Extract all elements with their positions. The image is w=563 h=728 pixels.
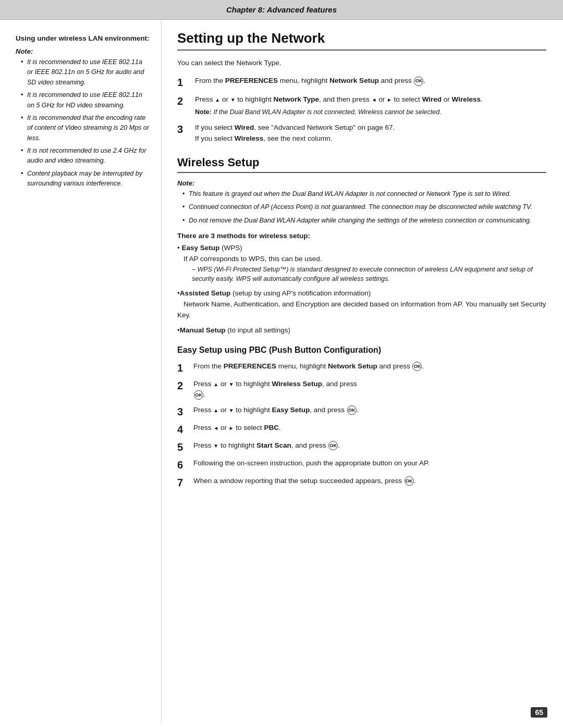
easy-step-number-3: 3 bbox=[177, 405, 191, 418]
ok-icon: OK bbox=[414, 77, 423, 86]
easy-step-1: 1 From the PREFERENCES menu, highlight N… bbox=[177, 361, 546, 375]
step-1-body: From the PREFERENCES menu, highlight Net… bbox=[195, 76, 546, 87]
easy-step-3: 3 Press or to highlight Easy Setup, and … bbox=[177, 405, 546, 418]
left-note-label: Note: bbox=[16, 47, 150, 55]
list-item: Do not remove the Dual Band WLAN Adapter… bbox=[182, 216, 546, 226]
chapter-title: Chapter 8: Advanced features bbox=[226, 5, 337, 14]
step-2-body: Press or to highlight Network Type, and … bbox=[195, 94, 546, 117]
ok-icon: OK bbox=[405, 476, 414, 486]
arrow-right-icon bbox=[229, 424, 234, 431]
left-bullet-list: It is recommended to use IEEE 802.11a or… bbox=[21, 57, 150, 189]
arrow-down-icon bbox=[213, 441, 218, 449]
step-number-1: 1 bbox=[177, 76, 192, 89]
list-item: Continued connection of AP (Access Point… bbox=[182, 202, 546, 212]
intro-text: You can select the Network Type. bbox=[177, 58, 546, 68]
method-label-assisted: Assisted Setup bbox=[180, 289, 231, 297]
arrow-down-icon bbox=[229, 380, 234, 388]
easy-step-3-body: Press or to highlight Easy Setup, and pr… bbox=[193, 405, 359, 416]
list-item: Content playback may be interrupted by s… bbox=[21, 169, 150, 189]
left-column: Using under wireless LAN environment: No… bbox=[0, 20, 162, 724]
arrow-left-icon bbox=[372, 95, 377, 103]
arrow-up-icon bbox=[213, 380, 218, 388]
method-label-easy: Easy Setup bbox=[180, 244, 220, 252]
list-item: It is recommended that the encoding rate… bbox=[21, 113, 150, 143]
list-item: It is not recommended to use 2.4 GHz for… bbox=[21, 146, 150, 166]
arrow-right-icon bbox=[387, 95, 392, 103]
list-item: It is recommended to use IEEE 802.11n on… bbox=[21, 90, 150, 110]
methods-heading: There are 3 methods for wireless setup: bbox=[177, 232, 546, 240]
network-steps-list: 1 From the PREFERENCES menu, highlight N… bbox=[177, 76, 546, 144]
step-number-2: 2 bbox=[177, 94, 192, 108]
easy-step-7: 7 When a window reporting that the setup… bbox=[177, 476, 546, 489]
easy-step-2-body: Press or to highlight Wireless Setup, an… bbox=[193, 379, 357, 401]
wireless-note-block: Note: This feature is grayed out when th… bbox=[177, 179, 546, 226]
ok-icon: OK bbox=[412, 362, 422, 371]
easy-step-number-5: 5 bbox=[177, 440, 191, 454]
easy-step-5: 5 Press to highlight Start Scan, and pre… bbox=[177, 440, 546, 454]
step-3-body: If you select Wired, see "Advanced Netwo… bbox=[195, 122, 546, 144]
method-easy-setup: • Easy Setup (WPS) If AP corresponds to … bbox=[177, 243, 546, 284]
method-assisted-desc: Network Name, Authentication, and Encryp… bbox=[177, 300, 546, 319]
easy-step-number-7: 7 bbox=[177, 476, 191, 489]
wireless-bullet-list: This feature is grayed out when the Dual… bbox=[182, 189, 546, 226]
right-column: Setting up the Network You can select th… bbox=[162, 20, 563, 724]
chapter-header: Chapter 8: Advanced features bbox=[0, 0, 563, 20]
easy-step-6: 6 Following the on-screen instruction, p… bbox=[177, 458, 546, 472]
ok-icon: OK bbox=[194, 390, 203, 400]
easy-step-4: 4 Press or to select PBC. bbox=[177, 423, 546, 436]
page-number: 65 bbox=[531, 707, 547, 718]
ok-icon: OK bbox=[347, 405, 357, 415]
step-3: 3 If you select Wired, see "Advanced Net… bbox=[177, 122, 546, 144]
left-note-block: Note: It is recommended to use IEEE 802.… bbox=[16, 47, 150, 189]
arrow-left-icon bbox=[213, 424, 218, 431]
easy-setup-steps-list: 1 From the PREFERENCES menu, highlight N… bbox=[177, 361, 546, 489]
method-manual-setup: •Manual Setup (to input all settings) bbox=[177, 325, 546, 336]
wireless-note-label: Note: bbox=[177, 179, 546, 187]
arrow-up-icon bbox=[213, 406, 218, 414]
easy-step-number-4: 4 bbox=[177, 423, 191, 436]
easy-step-number-6: 6 bbox=[177, 458, 191, 472]
wireless-setup-heading: Wireless Setup bbox=[177, 156, 546, 173]
easy-setup-pbc-heading: Easy Setup using PBC (Push Button Config… bbox=[177, 346, 546, 355]
arrow-down-icon bbox=[229, 406, 234, 414]
list-item: This feature is grayed out when the Dual… bbox=[182, 189, 546, 199]
ok-icon: OK bbox=[328, 441, 338, 450]
method-assisted-setup: •Assisted Setup (setup by using AP's not… bbox=[177, 288, 546, 321]
easy-step-1-body: From the PREFERENCES menu, highlight Net… bbox=[193, 361, 424, 372]
step-number-3: 3 bbox=[177, 122, 192, 136]
easy-step-4-body: Press or to select PBC. bbox=[193, 423, 281, 434]
methods-section: There are 3 methods for wireless setup: … bbox=[177, 232, 546, 336]
method-label-manual: Manual Setup bbox=[180, 326, 226, 334]
easy-step-number-2: 2 bbox=[177, 379, 191, 392]
step-1: 1 From the PREFERENCES menu, highlight N… bbox=[177, 76, 546, 89]
method-easy-wps-desc: – WPS (Wi-Fi Protected Setup™) is standa… bbox=[192, 265, 546, 285]
main-section-heading: Setting up the Network bbox=[177, 30, 546, 51]
easy-step-6-body: Following the on-screen instruction, pus… bbox=[193, 458, 430, 469]
list-item: It is recommended to use IEEE 802.11a or… bbox=[21, 57, 150, 88]
arrow-up-icon bbox=[215, 95, 220, 103]
left-section-title: Using under wireless LAN environment: bbox=[16, 34, 150, 42]
step-2-note: Note: If the Dual Band WLAN Adapter is n… bbox=[195, 107, 546, 117]
easy-step-number-1: 1 bbox=[177, 361, 191, 375]
method-easy-sub1: If AP corresponds to WPS, this can be us… bbox=[183, 255, 322, 263]
easy-step-2: 2 Press or to highlight Wireless Setup, … bbox=[177, 379, 546, 401]
page-content: Using under wireless LAN environment: No… bbox=[0, 20, 563, 724]
easy-step-5-body: Press to highlight Start Scan, and press… bbox=[193, 440, 340, 451]
easy-step-7-body: When a window reporting that the setup s… bbox=[193, 476, 416, 487]
step-2: 2 Press or to highlight Network Type, an… bbox=[177, 94, 546, 117]
arrow-down-icon bbox=[230, 95, 236, 103]
